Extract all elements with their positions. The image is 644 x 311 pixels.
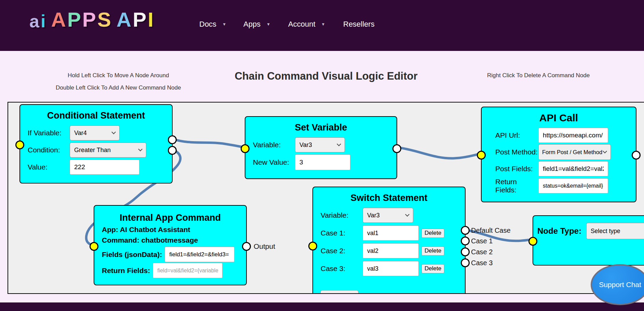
fields-jsondata-input[interactable] (165, 247, 234, 262)
connector-input[interactable] (308, 242, 317, 251)
logo-letter: A (51, 10, 66, 30)
logo-letter: S (97, 10, 111, 30)
logo-apps: A P P S (51, 10, 111, 30)
nav-account[interactable]: Account ▼ (288, 20, 325, 29)
node-switch-statement[interactable]: Switch Statement Variable: Var3 Case 1: … (312, 187, 466, 294)
add-new-case-button[interactable]: Add New Case (320, 290, 359, 294)
connector-output[interactable] (168, 146, 177, 155)
support-chat-label: Support Chat (599, 281, 641, 289)
connector-output[interactable] (632, 151, 641, 160)
nav-docs[interactable]: Docs ▼ (199, 20, 226, 29)
hint-add-node: Double Left Click To Add A New Command N… (56, 84, 181, 91)
nav-apps-label: Apps (243, 20, 260, 29)
logo-letter: I (148, 10, 153, 30)
header: a i A P P S A P I Docs ▼ Apps ▼ Account … (0, 0, 644, 51)
node-api-call[interactable]: API Call API Url: Post Method: Form Post… (481, 107, 636, 202)
connector-output[interactable] (168, 135, 177, 144)
connector-input[interactable] (90, 242, 98, 251)
logo-ai: a i (29, 12, 45, 30)
command-line: Command: chatbotmessage (102, 236, 246, 244)
api-url-input[interactable] (538, 128, 608, 143)
connector-output-case1[interactable] (461, 236, 470, 245)
connector-input[interactable] (528, 237, 537, 246)
new-value-label: New Value: (253, 158, 295, 166)
logo-letter: P (67, 10, 81, 30)
connector-output[interactable] (242, 242, 251, 251)
case-2-input[interactable] (363, 243, 419, 258)
hint-delete-node: Right Click To Delete A Command Node (487, 72, 590, 79)
delete-case-1-button[interactable]: Delete (421, 229, 444, 238)
node-title: API Call (482, 112, 636, 124)
default-case-connector-label: Default Case (471, 227, 511, 234)
app-line: App: AI Chatbot Assistant (102, 226, 246, 234)
connector-input[interactable] (15, 140, 24, 149)
delete-case-2-button[interactable]: Delete (421, 246, 444, 256)
nav-resellers-label: Resellers (343, 20, 375, 29)
return-fields-label: Return Fields: (102, 267, 150, 275)
connector-input[interactable] (477, 151, 486, 160)
nav-apps[interactable]: Apps ▼ (243, 20, 270, 29)
output-connector-label: Output (254, 242, 275, 251)
logic-editor-canvas[interactable]: Conditional Statement If Variable: Var4 … (8, 102, 644, 294)
connection-curve (171, 138, 244, 147)
footer (0, 302, 644, 311)
node-internal-app-command[interactable]: Internal App Command App: AI Chatbot Ass… (94, 205, 247, 285)
return-fields-input[interactable] (153, 263, 223, 278)
post-fields-input[interactable] (538, 161, 608, 176)
node-title: Set Variable (245, 122, 397, 133)
case-2-label: Case 2: (321, 247, 363, 255)
case-1-label: Case 1: (321, 229, 363, 237)
node-title: Internal App Command (94, 213, 246, 223)
chevron-down-icon: ▼ (321, 22, 325, 27)
case-3-input[interactable] (363, 261, 419, 276)
logo[interactable]: a i A P P S A P I (29, 10, 153, 30)
support-chat-button[interactable]: Support Chat (591, 264, 644, 305)
connector-output[interactable] (392, 144, 401, 153)
connector-output-case3[interactable] (461, 258, 470, 267)
value-label: Value: (28, 163, 70, 171)
new-value-input[interactable] (295, 154, 350, 170)
chevron-down-icon: ▼ (266, 22, 270, 27)
if-variable-select[interactable]: Var4 (70, 125, 120, 140)
logo-api: A P I (117, 10, 153, 30)
return-fields-input[interactable] (538, 178, 608, 193)
case-1-connector-label: Case 1 (471, 237, 493, 245)
node-title: Switch Statement (313, 193, 465, 203)
node-title: Conditional Statement (20, 110, 172, 121)
case-1-input[interactable] (363, 226, 419, 241)
fields-jsondata-label: Fields (jsonData): (102, 251, 162, 259)
nav-docs-label: Docs (199, 20, 216, 29)
logo-letter: P (133, 10, 146, 30)
return-fields-label: Return Fields: (495, 178, 538, 194)
connector-output-default[interactable] (461, 226, 470, 235)
node-type-select[interactable]: Select type (586, 223, 644, 239)
switch-variable-label: Variable: (321, 211, 363, 219)
connection-curve (397, 147, 480, 158)
variable-select[interactable]: Var3 (295, 137, 345, 152)
post-method-label: Post Method: (495, 148, 538, 156)
delete-case-3-button[interactable]: Delete (421, 264, 444, 273)
hint-move-node: Hold Left Click To Move A Node Around (68, 72, 169, 79)
post-fields-label: Post Fields: (495, 165, 538, 173)
logo-letter: i (41, 12, 45, 30)
node-conditional-statement[interactable]: Conditional Statement If Variable: Var4 … (19, 104, 173, 184)
condition-select[interactable]: Greater Than (70, 143, 146, 158)
api-url-label: API Url: (495, 131, 538, 139)
page-title: Chain Command Visual Logic Editor (225, 70, 427, 82)
condition-label: Condition: (28, 146, 70, 154)
nav-resellers[interactable]: Resellers (343, 20, 375, 29)
node-type-picker[interactable]: Node Type: Select type (533, 215, 644, 266)
case-2-connector-label: Case 2 (471, 248, 493, 256)
case-3-connector-label: Case 3 (471, 259, 493, 267)
node-set-variable[interactable]: Set Variable Variable: Var3 New Value: (245, 116, 397, 179)
value-input[interactable] (70, 160, 139, 175)
connector-output-case2[interactable] (461, 247, 470, 256)
case-3-label: Case 3: (321, 265, 363, 273)
connector-input[interactable] (241, 144, 250, 153)
logo-letter: a (29, 12, 39, 30)
post-method-select[interactable]: Form Post / Get Method (538, 144, 611, 160)
switch-variable-select[interactable]: Var3 (363, 208, 413, 223)
variable-label: Variable: (253, 141, 295, 149)
nav-account-label: Account (288, 20, 316, 29)
node-type-label: Node Type: (537, 226, 581, 236)
